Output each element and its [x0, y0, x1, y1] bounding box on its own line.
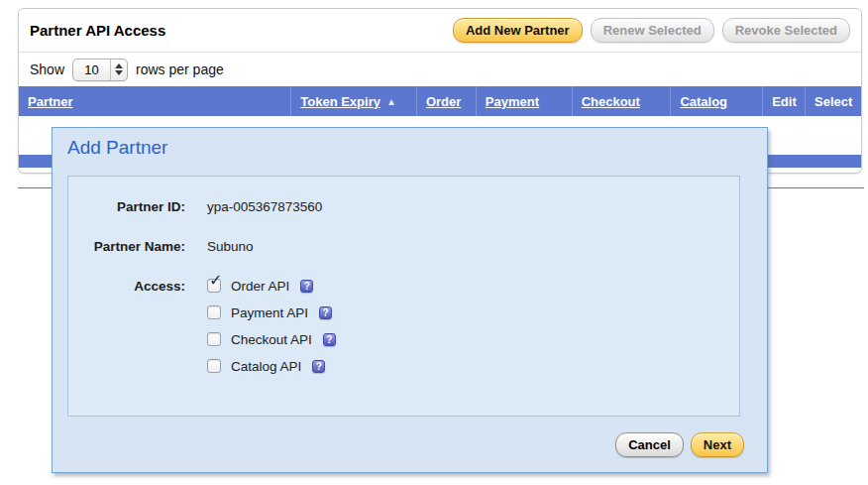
access-checkbox-list: ✓ Order API ? Payment API ? Checkout API…	[207, 278, 336, 385]
table-header-row: Partner Token Expiry ▲ Order Payment Che…	[19, 86, 861, 116]
catalog-api-checkbox[interactable]	[207, 359, 221, 373]
access-row: Access: ✓ Order API ? Payment API ?	[68, 278, 739, 385]
partner-name-value: Subuno	[207, 238, 254, 254]
order-api-checkbox[interactable]: ✓	[207, 279, 221, 293]
access-item-payment-api: Payment API ?	[207, 304, 336, 320]
order-api-label: Order API	[231, 279, 289, 294]
column-header-partner[interactable]: Partner	[19, 94, 290, 109]
rows-per-page-label: rows per page	[136, 61, 224, 77]
checkout-api-help-icon[interactable]: ?	[323, 333, 336, 346]
access-item-catalog-api: Catalog API ?	[207, 358, 336, 374]
column-header-order[interactable]: Order	[416, 86, 476, 116]
column-header-select: Select	[805, 86, 861, 116]
renew-selected-button[interactable]: Renew Selected	[591, 18, 714, 43]
column-header-edit: Edit	[762, 86, 805, 116]
access-item-checkout-api: Checkout API ?	[207, 331, 336, 347]
dialog-button-bar: Cancel Next	[615, 432, 744, 457]
stepper-down-icon	[115, 70, 123, 75]
payment-api-label: Payment API	[231, 305, 308, 320]
payment-api-checkbox[interactable]	[207, 305, 221, 319]
show-label: Show	[30, 61, 64, 77]
order-api-help-icon[interactable]: ?	[300, 280, 313, 293]
stepper-up-icon	[115, 63, 123, 68]
sort-ascending-icon: ▲	[386, 96, 396, 107]
partner-name-label: Partner Name:	[68, 238, 185, 254]
dialog-form-panel: Partner ID: ypa-005367873560 Partner Nam…	[67, 176, 740, 417]
revoke-selected-button[interactable]: Revoke Selected	[722, 18, 850, 43]
page: Partner API Access Add New Partner Renew…	[0, 0, 868, 485]
partner-id-label: Partner ID:	[68, 198, 185, 214]
panel-header: Partner API Access Add New Partner Renew…	[19, 9, 861, 53]
cancel-button[interactable]: Cancel	[615, 432, 684, 457]
column-header-checkout[interactable]: Checkout	[572, 86, 671, 116]
dialog-title: Add Partner	[67, 137, 167, 159]
rows-per-page-value: 10	[73, 60, 110, 80]
checkout-api-label: Checkout API	[231, 332, 312, 347]
partner-id-value: ypa-005367873560	[207, 198, 322, 214]
partner-id-row: Partner ID: ypa-005367873560	[68, 198, 739, 214]
rows-per-page-bar: Show 10 rows per page	[19, 53, 861, 86]
catalog-api-help-icon[interactable]: ?	[312, 360, 325, 373]
column-header-payment[interactable]: Payment	[476, 86, 572, 116]
access-label: Access:	[68, 278, 185, 294]
add-new-partner-button[interactable]: Add New Partner	[453, 18, 583, 43]
partner-name-row: Partner Name: Subuno	[68, 238, 739, 254]
access-item-order-api: ✓ Order API ?	[207, 278, 336, 294]
stepper-icon	[110, 60, 127, 80]
add-partner-dialog: Add Partner Partner ID: ypa-005367873560…	[52, 127, 768, 473]
next-button[interactable]: Next	[691, 432, 744, 457]
payment-api-help-icon[interactable]: ?	[319, 306, 332, 319]
column-header-catalog[interactable]: Catalog	[670, 86, 762, 116]
page-title: Partner API Access	[30, 22, 445, 39]
rows-per-page-select[interactable]: 10	[72, 59, 128, 81]
catalog-api-label: Catalog API	[231, 359, 301, 374]
checkmark-icon: ✓	[209, 273, 222, 289]
checkout-api-checkbox[interactable]	[207, 332, 221, 346]
column-header-token-expiry[interactable]: Token Expiry ▲	[290, 86, 416, 116]
